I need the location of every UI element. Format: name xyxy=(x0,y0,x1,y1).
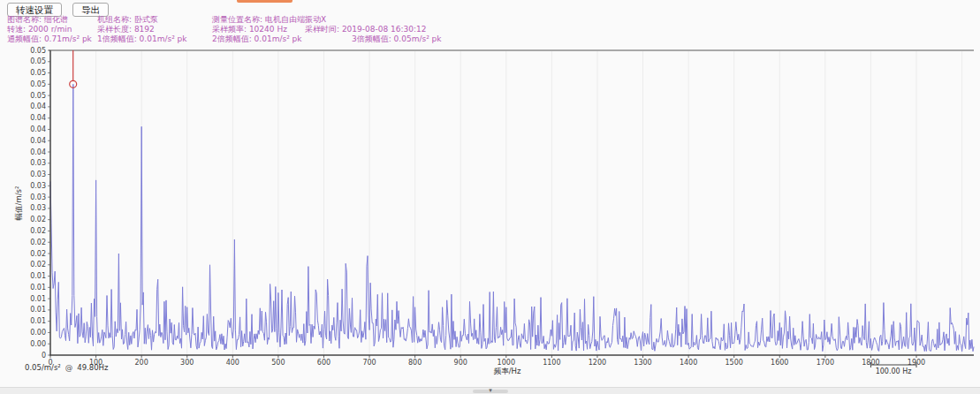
y-tick-label: 0.04 xyxy=(30,125,46,133)
y-tick-label: 0.04 xyxy=(30,102,46,110)
y-tick-label: 0.03 xyxy=(30,159,46,167)
y-tick-label: 0.02 xyxy=(30,261,46,269)
y-axis-title: 幅值/m/s² xyxy=(14,186,23,221)
y-tick-label: 0.02 xyxy=(30,239,46,246)
y-tick-label: 0.04 xyxy=(30,137,46,145)
y-tick-label: 0.04 xyxy=(30,114,46,122)
y-tick-label: 0.05 xyxy=(30,92,46,100)
x-tick-label: 500 xyxy=(271,359,285,367)
y-tick-label: 0 xyxy=(42,352,46,360)
x-tick-label: 1600 xyxy=(771,359,788,367)
x-tick-label: 700 xyxy=(362,359,376,367)
x-tick-label: 800 xyxy=(408,359,422,367)
chevron-down-icon: ▾ xyxy=(473,386,508,394)
x-tick-label: 600 xyxy=(317,359,330,367)
x-axis-ticks: 0100200300400500600700800900100011001200… xyxy=(48,355,925,367)
y-tick-label: 0.01 xyxy=(30,306,46,314)
x-tick-label: 200 xyxy=(135,359,148,367)
y-tick-label: 0.03 xyxy=(30,182,46,190)
spectrum-chart: 0.050.050.050.050.050.040.040.040.040.04… xyxy=(0,0,980,382)
y-tick-label: 0.05 xyxy=(30,80,46,88)
x-tick-label: 1400 xyxy=(680,359,697,367)
at-symbol-icon: @ xyxy=(65,363,73,372)
x-tick-label: 1100 xyxy=(543,359,560,367)
y-tick-label: 0.05 xyxy=(30,69,46,77)
plot-area[interactable] xyxy=(50,50,974,355)
y-tick-label: 0.02 xyxy=(30,250,46,258)
x-axis-title: 频率/Hz xyxy=(494,367,521,375)
bottom-splitter: ▾ xyxy=(0,387,980,394)
x-tick-label: 900 xyxy=(454,359,467,367)
x-tick-label: 400 xyxy=(226,359,239,367)
y-tick-label: 0.02 xyxy=(30,227,46,235)
y-tick-label: 0.04 xyxy=(30,148,46,156)
y-tick-label: 0.01 xyxy=(30,295,46,303)
y-tick-label: 0.05 xyxy=(30,47,46,55)
y-tick-label: 0.02 xyxy=(30,216,46,224)
x-tick-label: 1500 xyxy=(726,359,743,367)
splitter-handle[interactable]: ▾ xyxy=(473,390,508,393)
cursor-frequency-value: 49.80Hz xyxy=(77,363,108,372)
x-tick-label: 1300 xyxy=(634,359,651,367)
cursor-amplitude-value: 0.05/m/s² xyxy=(25,363,61,372)
y-axis-ticks: 0.050.050.050.050.050.040.040.040.040.04… xyxy=(30,47,50,360)
y-tick-label: 0.00 xyxy=(30,340,46,348)
cursor-readout: 0.05/m/s² @ 49.80Hz xyxy=(25,363,108,372)
y-tick-label: 0.01 xyxy=(30,317,46,325)
y-tick-label: 0.01 xyxy=(30,272,46,280)
y-tick-label: 0.01 xyxy=(30,284,46,292)
y-tick-label: 0.03 xyxy=(30,204,46,212)
scalebar-label: 100.00 Hz xyxy=(862,367,925,375)
x-tick-label: 300 xyxy=(180,359,194,367)
y-tick-label: 0.00 xyxy=(30,329,46,337)
x-tick-label: 1200 xyxy=(589,359,606,367)
x-tick-label: 1700 xyxy=(817,359,834,367)
y-tick-label: 0.05 xyxy=(30,57,46,65)
y-tick-label: 0.03 xyxy=(30,170,46,178)
y-tick-label: 0.03 xyxy=(30,193,46,201)
x-tick-label: 1000 xyxy=(498,359,515,367)
